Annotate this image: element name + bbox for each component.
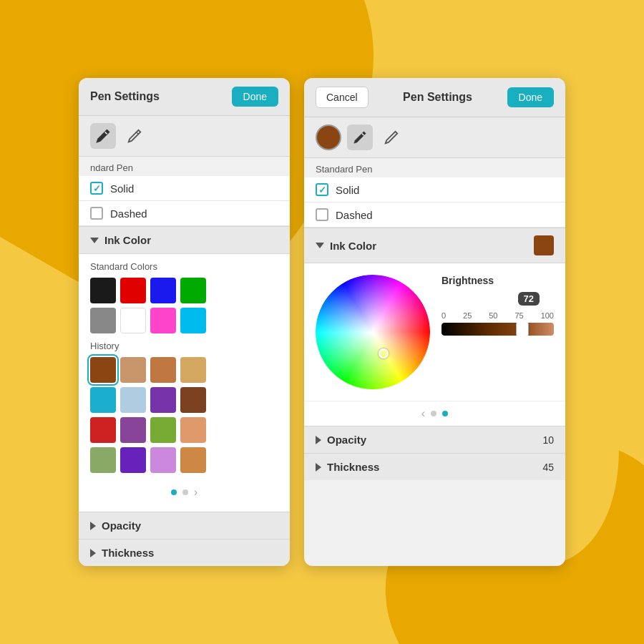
right-dot-2[interactable] — [442, 411, 448, 416]
history-color-peach1[interactable] — [120, 357, 146, 383]
left-done-button[interactable]: Done — [232, 87, 278, 107]
right-color-swatch-tool[interactable] — [316, 125, 341, 150]
color-black[interactable] — [90, 278, 116, 303]
history-color-sage[interactable] — [90, 447, 116, 473]
right-dot-1[interactable] — [431, 411, 436, 416]
left-panel: Pen Settings Done ndard Pen — [79, 78, 290, 566]
right-opacity-header[interactable]: Opacity 10 — [304, 426, 565, 453]
left-thickness-triangle — [90, 549, 96, 557]
history-color-grid — [90, 357, 278, 473]
color-red[interactable] — [120, 278, 146, 303]
color-green[interactable] — [180, 278, 206, 303]
left-thickness-header[interactable]: Thickness — [79, 539, 290, 566]
brightness-value-bubble: 72 — [518, 292, 540, 306]
pen-tool-icon[interactable] — [90, 123, 116, 149]
brightness-ticks: 0 25 50 75 100 — [441, 311, 554, 320]
right-thickness-triangle — [316, 463, 321, 472]
right-thickness-header[interactable]: Thickness 45 — [304, 453, 565, 480]
solid-label: Solid — [110, 182, 134, 195]
history-color-teal[interactable] — [90, 387, 116, 413]
right-dashed-label: Dashed — [336, 209, 373, 221]
highlighter-tool-icon[interactable] — [122, 123, 147, 149]
left-standard-pen-label: ndard Pen — [79, 157, 290, 176]
history-color-tan[interactable] — [180, 357, 206, 383]
history-color-crimson[interactable] — [90, 417, 116, 443]
brightness-canvas — [441, 323, 554, 336]
right-solid-label: Solid — [336, 184, 359, 196]
right-done-button[interactable]: Done — [507, 87, 554, 107]
history-color-caramel[interactable] — [180, 447, 206, 473]
right-ink-title: Ink Color — [330, 240, 376, 252]
ink-color-section-header[interactable]: Ink Color — [79, 226, 290, 254]
dashed-label: Dashed — [110, 208, 147, 220]
left-opacity-title: Opacity — [102, 519, 141, 532]
history-color-dark-brown[interactable] — [180, 387, 206, 413]
ink-color-swatch[interactable] — [534, 235, 554, 255]
right-thickness-title: Thickness — [327, 461, 379, 473]
brightness-slider-thumb[interactable] — [516, 323, 529, 336]
right-ink-triangle — [316, 243, 324, 248]
right-panel-header: Cancel Pen Settings Done — [304, 78, 565, 117]
history-color-violet[interactable] — [120, 447, 146, 473]
history-color-brown[interactable] — [90, 357, 116, 383]
left-chevron-right[interactable]: › — [194, 486, 197, 499]
history-color-purple1[interactable] — [150, 387, 176, 413]
history-color-orange-brown[interactable] — [150, 357, 176, 383]
brightness-label: Brightness — [441, 275, 554, 286]
standard-colors-label: Standard Colors — [90, 261, 278, 272]
left-panel-header: Pen Settings Done — [79, 78, 290, 116]
right-thickness-value: 45 — [542, 462, 554, 473]
right-highlighter-icon[interactable] — [379, 125, 404, 150]
left-panel-title: Pen Settings — [90, 90, 160, 103]
solid-checkbox[interactable]: ✓ — [90, 182, 103, 195]
brightness-slider-track[interactable] — [441, 323, 554, 336]
tick-0: 0 — [441, 311, 446, 320]
history-color-lavender[interactable] — [150, 447, 176, 473]
dashed-checkbox-row[interactable]: Dashed — [79, 201, 290, 226]
left-opacity-triangle — [90, 522, 96, 530]
color-pink[interactable] — [150, 308, 176, 333]
color-gray[interactable] — [90, 308, 116, 333]
history-color-salmon[interactable] — [180, 417, 206, 443]
right-dashed-checkbox[interactable] — [316, 208, 328, 221]
right-pen-icon[interactable] — [347, 125, 373, 150]
color-cyan[interactable] — [180, 308, 206, 333]
history-color-olive[interactable] — [150, 417, 176, 443]
history-color-light-blue[interactable] — [120, 387, 146, 413]
left-tool-row — [79, 116, 290, 157]
right-solid-row[interactable]: ✓ Solid — [304, 177, 565, 203]
history-color-purple2[interactable] — [120, 417, 146, 443]
cancel-button[interactable]: Cancel — [316, 87, 369, 108]
ink-color-title: Ink Color — [104, 234, 151, 246]
tick-75: 75 — [514, 311, 523, 320]
right-ink-color-header[interactable]: Ink Color — [304, 228, 565, 263]
right-panel-title: Pen Settings — [403, 91, 472, 104]
color-wheel-container[interactable] — [316, 275, 430, 389]
tick-100: 100 — [541, 311, 554, 320]
color-wheel[interactable] — [316, 275, 430, 389]
right-dashed-row[interactable]: Dashed — [304, 203, 565, 228]
right-standard-pen-label: Standard Pen — [304, 158, 565, 177]
tick-50: 50 — [489, 311, 497, 320]
right-solid-checkbox[interactable]: ✓ — [316, 183, 328, 196]
right-tool-row — [304, 117, 565, 158]
left-opacity-header[interactable]: Opacity — [79, 512, 290, 539]
right-panel: Cancel Pen Settings Done Standard Pen — [304, 78, 565, 566]
history-label: History — [90, 341, 278, 351]
left-dot-1[interactable] — [171, 489, 177, 495]
right-solid-checkmark: ✓ — [318, 185, 326, 195]
color-wheel-section: Brightness 72 0 25 50 75 100 — [304, 263, 565, 401]
color-white[interactable] — [120, 308, 146, 333]
right-chevron-left[interactable]: ‹ — [421, 407, 425, 420]
ink-color-triangle — [90, 238, 99, 243]
solid-checkbox-row[interactable]: ✓ Solid — [79, 176, 290, 201]
solid-checkmark: ✓ — [93, 183, 101, 194]
dashed-checkbox[interactable] — [90, 207, 103, 220]
left-dot-2[interactable] — [182, 489, 188, 495]
brightness-section: Brightness 72 0 25 50 75 100 — [441, 275, 554, 336]
standard-color-grid — [90, 278, 278, 333]
right-opacity-triangle — [316, 436, 321, 444]
left-pagination: › — [90, 480, 278, 504]
color-blue[interactable] — [150, 278, 176, 303]
left-thickness-title: Thickness — [102, 547, 154, 559]
